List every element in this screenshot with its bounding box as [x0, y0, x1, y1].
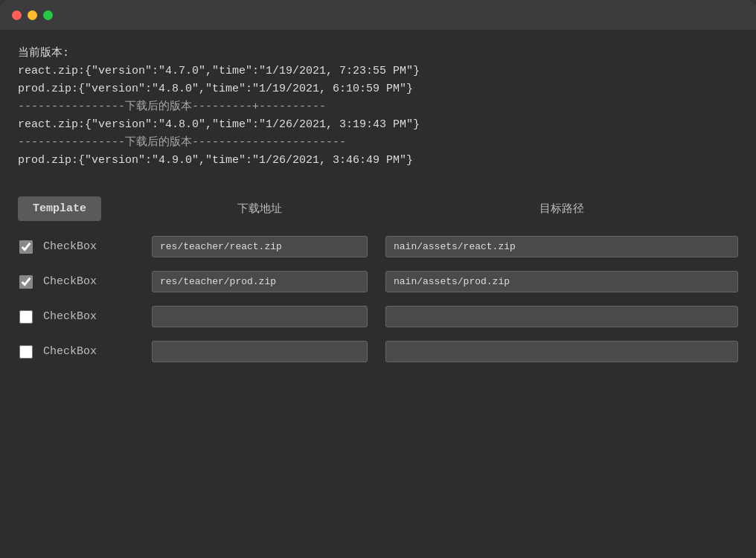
checkbox-label: CheckBox: [43, 310, 97, 323]
checkbox-2[interactable]: [19, 310, 33, 324]
titlebar: [0, 0, 756, 30]
form-row: CheckBox: [18, 306, 738, 327]
checkbox-area: CheckBox: [18, 274, 152, 290]
target-input-0[interactable]: [385, 236, 738, 257]
form-header-row: Template 下载地址 目标路径: [18, 196, 738, 221]
checkbox-area: CheckBox: [18, 309, 152, 325]
download-input-3[interactable]: [152, 341, 368, 362]
template-button[interactable]: Template: [18, 196, 101, 221]
target-column-header: 目标路径: [385, 202, 738, 216]
checkbox-label: CheckBox: [43, 275, 97, 288]
checkbox-area: CheckBox: [18, 344, 152, 360]
download-input-0[interactable]: [152, 236, 368, 257]
download-column-header: 下载地址: [152, 202, 368, 216]
checkbox-label: CheckBox: [43, 345, 97, 358]
header-spacer: Template: [18, 196, 152, 221]
form-row: CheckBox: [18, 341, 738, 362]
form-row: CheckBox: [18, 271, 738, 292]
checkbox-0[interactable]: [19, 240, 33, 254]
close-button[interactable]: [12, 10, 22, 20]
terminal-output: 当前版本:react.zip:{"version":"4.7.0","time"…: [0, 30, 756, 185]
checkbox-3[interactable]: [19, 345, 33, 359]
form-area: Template 下载地址 目标路径 CheckBoxCheckBoxCheck…: [0, 185, 756, 558]
app-window: 当前版本:react.zip:{"version":"4.7.0","time"…: [0, 0, 756, 558]
target-input-2[interactable]: [385, 306, 738, 327]
form-row: CheckBox: [18, 236, 738, 257]
form-rows: CheckBoxCheckBoxCheckBoxCheckBox: [18, 236, 738, 362]
checkbox-1[interactable]: [19, 275, 33, 289]
minimize-button[interactable]: [28, 10, 37, 20]
checkbox-label: CheckBox: [43, 240, 97, 253]
content-area: 当前版本:react.zip:{"version":"4.7.0","time"…: [0, 30, 756, 558]
download-input-2[interactable]: [152, 306, 368, 327]
target-input-3[interactable]: [385, 341, 738, 362]
checkbox-area: CheckBox: [18, 239, 152, 255]
target-input-1[interactable]: [385, 271, 738, 292]
download-input-1[interactable]: [152, 271, 368, 292]
maximize-button[interactable]: [43, 10, 53, 20]
